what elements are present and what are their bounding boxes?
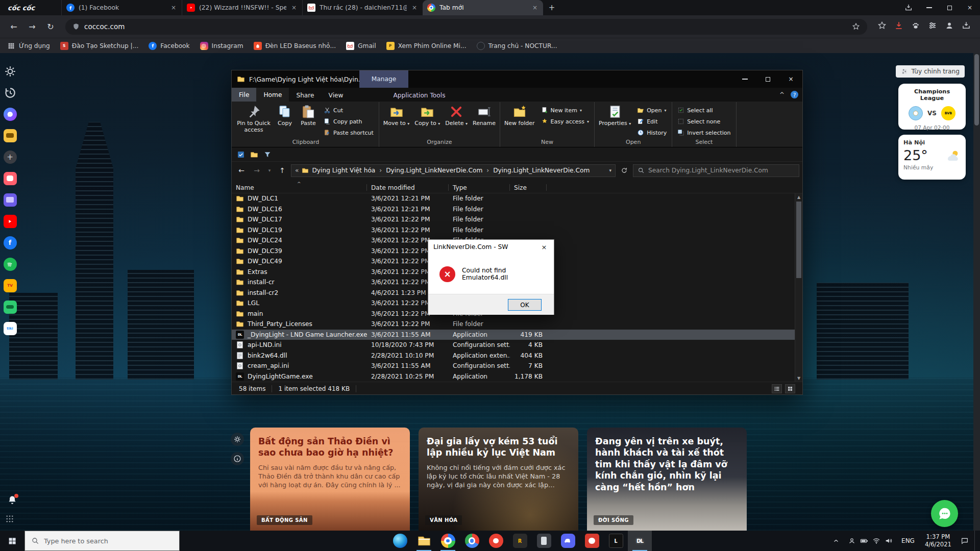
rail-bot-button[interactable]	[3, 129, 17, 142]
tune-button[interactable]	[928, 21, 937, 32]
taskbar-app-edge[interactable]	[388, 531, 412, 551]
file-row[interactable]: DW_DLC13/6/2021 12:21 PMFile folder	[232, 193, 802, 204]
rail-tiki-button[interactable]: tiki	[3, 321, 17, 335]
rail-wallet-button[interactable]	[3, 193, 17, 207]
tab-close-button[interactable]: ×	[411, 4, 418, 11]
pin-button[interactable]: Pin to Quick access	[234, 103, 273, 137]
tray-volume-icon[interactable]	[883, 531, 895, 551]
quick-menu-grid-icon[interactable]	[5, 514, 14, 525]
easy-access-button[interactable]: Easy access▾	[538, 116, 592, 127]
show-desktop-button[interactable]	[974, 531, 977, 551]
explorer-titlebar[interactable]: F:\Game\Dying Light Việt hóa\Dyin... Man…	[232, 70, 802, 88]
rail-gamepad-button[interactable]	[3, 300, 17, 314]
rail-plus-button[interactable]: +	[3, 150, 17, 164]
browser-tab[interactable]: cốc cốc	[3, 0, 61, 15]
forward-button[interactable]: →	[24, 19, 40, 34]
explorer-search-input[interactable]	[648, 167, 795, 174]
copy-button[interactable]: Copy	[273, 103, 297, 137]
tray-expand-icon[interactable]	[830, 531, 842, 551]
tab-close-button[interactable]: ×	[531, 4, 538, 11]
file-row[interactable]: DW_DLC163/6/2021 12:21 PMFile folder	[232, 204, 802, 215]
file-row[interactable]: DW_DLC173/6/2021 12:22 PMFile folder	[232, 214, 802, 225]
tray-battery-icon[interactable]	[858, 531, 870, 551]
folder-small-icon[interactable]	[250, 151, 258, 159]
new-folder-button[interactable]: New folder	[502, 103, 537, 137]
clock[interactable]: 1:37 PM 4/6/2021	[921, 533, 955, 548]
copy-path-button[interactable]: Copy path	[321, 116, 376, 127]
breadcrumb-segment[interactable]: Dying Light Việt hóa	[312, 167, 375, 174]
bookmark-item[interactable]: Instagram	[200, 42, 243, 50]
tray-wifi-icon[interactable]	[870, 531, 883, 551]
paw-button[interactable]	[911, 21, 920, 32]
new-tab-button[interactable]: +	[545, 2, 558, 13]
ribbon-tab-view[interactable]: View	[322, 89, 351, 102]
explorer-forward-button[interactable]: →	[250, 164, 263, 177]
file-row[interactable]: api-LND.ini10/18/2020 7:43 PMConfigurati…	[232, 340, 802, 350]
browser-tab[interactable]: Tab mới×	[423, 0, 543, 15]
ribbon-tab-application-tools[interactable]: Application Tools	[386, 89, 453, 102]
thumbnails-view-button[interactable]	[785, 384, 795, 393]
taskbar-app-dying-light[interactable]: DL	[628, 531, 652, 551]
chat-fab-button[interactable]	[931, 500, 958, 527]
column-header-date-modified[interactable]: Date modified	[367, 182, 449, 193]
taskbar-app-rockstar[interactable]: R	[508, 531, 532, 551]
star-button[interactable]	[877, 21, 887, 32]
breadcrumb-segment[interactable]: Dying.Light_LinkNeverDie.Com	[386, 167, 482, 174]
scroll-up-icon[interactable]: ▲	[795, 193, 802, 201]
properties-button[interactable]: Properties ▾	[596, 103, 633, 137]
news-card[interactable]: Đang yên vị trên xe buýt, hành khách và …	[587, 428, 747, 531]
explorer-search-box[interactable]	[633, 164, 799, 177]
address-bar[interactable]: coccoc.com	[65, 19, 867, 35]
open-item-button[interactable]: Open▾	[634, 105, 669, 115]
bookmark-item[interactable]: PXem Phim Online Mi...	[386, 42, 467, 50]
breadcrumb-dropdown-icon[interactable]: ▾	[609, 168, 611, 173]
paste-button[interactable]: Paste	[297, 103, 320, 137]
select-none-button[interactable]: Select none	[675, 116, 733, 127]
explorer-maximize-button[interactable]	[756, 70, 779, 88]
back-button[interactable]: ←	[6, 19, 21, 34]
file-row[interactable]: DL_DyingLight - LND Game Launcher.exe3/6…	[232, 330, 802, 340]
download-red-button[interactable]	[894, 21, 903, 32]
ok-button[interactable]: OK	[508, 299, 542, 311]
profile-button[interactable]	[945, 21, 954, 32]
scrollbar-thumb[interactable]	[974, 54, 979, 126]
notification-bell-icon[interactable]	[7, 495, 17, 507]
taskbar-app-red-app[interactable]	[580, 531, 604, 551]
file-list-scrollbar[interactable]: ▲ ▼	[795, 193, 802, 382]
browser-tab[interactable]: Thư rác (28) - daichien711@g...×	[302, 0, 423, 15]
taskbar-app-epic[interactable]	[532, 531, 556, 551]
ribbon-tab-file[interactable]: File	[232, 88, 256, 102]
news-card[interactable]: Đại gia lấy vợ kém 53 tuổi lập nhiều kỷ …	[419, 428, 578, 531]
news-settings-icon[interactable]	[231, 433, 244, 446]
weather-widget[interactable]: Hà Nội 25° Nhiều mây	[898, 135, 966, 180]
chevrons-collapsed-icon[interactable]: «	[295, 167, 299, 174]
move-to-button[interactable]: Move to ▾	[381, 103, 412, 137]
bookmark-item[interactable]: SĐào Tạo Sketchup |...	[60, 42, 139, 50]
reload-button[interactable]: ↻	[43, 19, 58, 34]
taskbar-app-chrome[interactable]	[460, 531, 484, 551]
refresh-button[interactable]	[618, 164, 631, 177]
site-info-icon[interactable]	[72, 23, 80, 30]
rail-spotify-button[interactable]	[3, 257, 17, 271]
tray-person-icon[interactable]	[846, 531, 858, 551]
explorer-back-button[interactable]: ←	[235, 164, 248, 177]
browser-tab[interactable]: (22) Wizzard !!NSFW!! - Speec...×	[182, 0, 302, 15]
delete-button[interactable]: Delete ▾	[443, 103, 470, 137]
filter-icon[interactable]	[263, 151, 272, 159]
news-card[interactable]: Bất động sản Thảo Điền vì sao chưa bao g…	[250, 428, 410, 531]
cut-button[interactable]: Cut	[321, 105, 376, 115]
bookmark-item[interactable]: Ứng dụng	[7, 42, 50, 50]
column-header-type[interactable]: Type	[449, 182, 510, 193]
bookmark-item[interactable]: fFacebook	[149, 42, 189, 50]
bookmark-item[interactable]: Đèn LED Baseus nhỏ...	[254, 42, 336, 50]
rename-button[interactable]: Rename	[470, 103, 498, 137]
taskbar-app-lnd-launcher[interactable]: L	[604, 531, 628, 551]
help-icon[interactable]: ?	[791, 91, 798, 98]
tray-button[interactable]	[962, 21, 971, 32]
file-row[interactable]: Third_Party_Licenses3/6/2021 12:22 PMFil…	[232, 319, 802, 330]
dialog-close-button[interactable]: ×	[534, 240, 554, 254]
bookmark-item[interactable]: Trang chủ - NOCTUR...	[477, 42, 557, 50]
rail-youtube-button[interactable]	[3, 214, 17, 228]
ribbon-collapse-icon[interactable]: ^	[779, 91, 785, 98]
bookmark-star-icon[interactable]	[852, 22, 860, 31]
